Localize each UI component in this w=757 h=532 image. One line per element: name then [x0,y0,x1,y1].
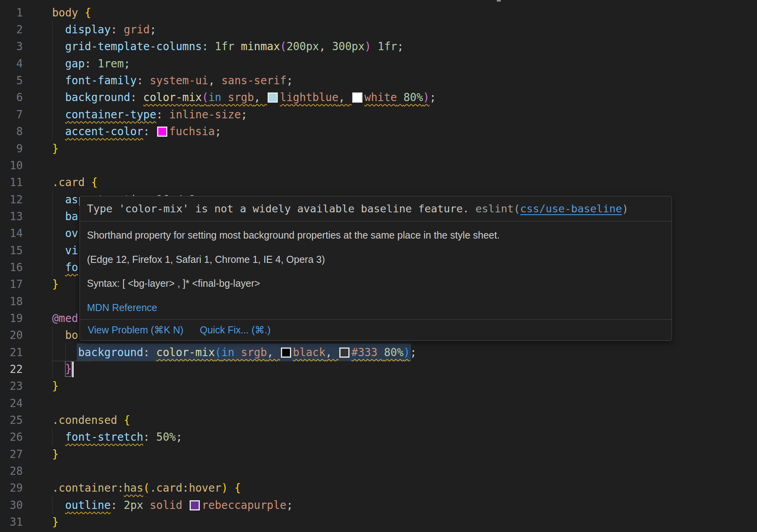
code-line[interactable]: 9} [0,140,757,157]
token: , [208,74,221,87]
color-swatch[interactable] [190,500,200,510]
code-line-text[interactable]: @med [23,312,78,325]
line-number: 25 [0,414,23,427]
view-problem-link[interactable]: View Problem (⌘K N) [88,324,183,336]
code-line-text[interactable]: gap: 1rem; [23,57,130,70]
eslint-rule-link[interactable]: css/use-baseline [520,203,622,215]
scope-guide-tick [52,361,92,361]
mdn-reference-link[interactable]: MDN Reference [87,296,665,320]
code-line-text[interactable]: } [23,516,59,528]
line-number: 18 [0,295,23,308]
color-swatch[interactable] [268,92,278,103]
indent-guide [52,191,53,208]
code-line[interactable]: 4 gap: 1rem; [0,55,757,72]
code-line-text[interactable]: } [23,142,59,155]
code-line[interactable]: 24 [0,395,757,412]
line-number: 19 [0,312,23,325]
indent-guide [52,429,53,445]
code-line[interactable]: 30 outline: 2px solid rebeccapurple; [0,497,757,514]
token: ) [221,481,228,494]
token: ; [410,346,417,359]
code-line-text[interactable]: ba [23,210,78,223]
line-number: 16 [0,261,23,274]
token: ; [286,74,293,87]
line-number: 20 [0,329,23,342]
token: ; [286,499,293,512]
code-line[interactable]: 29.container:has(.card:hover) { [0,480,757,496]
line-number: 7 [0,108,23,121]
code-line[interactable]: 21 background: color-mix(in srgb, black,… [0,344,757,360]
color-swatch[interactable] [157,127,167,137]
code-line-text[interactable]: fo [23,261,78,274]
token: .card:hover [150,481,221,494]
code-line-text[interactable]: outline: 2px solid rebeccapurple; [23,499,293,512]
code-line[interactable]: 23} [0,378,757,394]
code-line-text[interactable]: .container:has(.card:hover) { [23,481,241,494]
token: system-ui [150,74,208,87]
code-line-text[interactable]: body { [23,6,91,19]
code-line-text[interactable]: } [23,448,59,461]
code-line[interactable]: 1body { [0,4,757,21]
code-line-text[interactable]: .card { [23,176,98,189]
token: } [52,516,59,528]
token: 80% [384,346,404,359]
code-editor[interactable]: 1body {2 display: grid;3 grid-template-c… [0,0,757,532]
token: , [267,346,280,359]
color-swatch[interactable] [339,347,350,358]
color-swatch[interactable] [352,92,362,103]
code-line-text[interactable]: container-type: inline-size; [23,108,247,121]
indent-guide [65,344,66,360]
code-line[interactable]: 2 display: grid; [0,21,757,38]
code-line[interactable]: 8 accent-color: fuchsia; [0,123,757,140]
code-line-text[interactable]: .condensed { [23,414,130,427]
code-line[interactable]: 6 background: color-mix(in srgb, lightbl… [0,89,757,106]
token: container-type [65,108,156,121]
token: ( [143,481,150,494]
token: 1fr [378,40,397,53]
token: : [202,40,215,53]
token: ( [215,346,221,359]
code-line-text[interactable]: display: grid; [23,23,156,36]
code-line-text[interactable]: vi [23,244,78,257]
code-line-text[interactable]: grid-template-columns: 1fr minmax(200px,… [23,40,404,53]
code-line-text[interactable]: } [23,361,74,377]
code-line-text[interactable]: background: color-mix(in srgb, black, #3… [23,346,417,359]
token: background [78,346,143,359]
code-line[interactable]: 25.condensed { [0,412,757,429]
code-line-text[interactable]: } [23,278,59,291]
token: solid [150,499,182,512]
code-line[interactable]: 10 [0,157,757,174]
code-line-text[interactable]: font-family: system-ui, sans-serif; [23,74,293,87]
code-line-text[interactable]: } [23,380,59,393]
token: .container: [52,481,124,494]
color-swatch[interactable] [281,347,291,358]
code-line-text[interactable]: background: color-mix(in srgb, lightblue… [23,91,436,104]
indent-guide [52,259,53,276]
code-line[interactable]: 22 } [0,361,757,378]
code-line-text[interactable]: bo [23,329,78,342]
indent-guide [52,208,53,225]
quick-fix-link[interactable]: Quick Fix... (⌘.) [200,324,271,336]
line-number: 13 [0,210,23,223]
token: } [52,448,59,461]
indent-guide [52,123,53,140]
token: @med [52,312,78,325]
code-line[interactable]: 3 grid-template-columns: 1fr minmax(200p… [0,38,757,55]
code-line[interactable]: 7 container-type: inline-size; [0,106,757,123]
code-line-text[interactable]: font-stretch: 50%; [23,431,182,443]
code-line[interactable]: 5 font-family: system-ui, sans-serif; [0,72,757,89]
token [52,23,65,36]
token: ; [397,40,404,53]
hover-body: Shorthand property for setting most back… [80,221,672,320]
token: ov [65,227,78,240]
code-line[interactable]: 11.card { [0,174,757,191]
code-line[interactable]: 28 [0,463,757,480]
code-line[interactable]: 31} [0,514,757,530]
code-line[interactable]: 26 font-stretch: 50%; [0,429,757,445]
token: : [156,108,169,121]
indent-guide [52,327,53,344]
code-line-text[interactable]: accent-color: fuchsia; [23,125,221,138]
token [397,91,404,104]
code-line-text[interactable]: ov [23,227,78,240]
code-line[interactable]: 27} [0,446,757,463]
